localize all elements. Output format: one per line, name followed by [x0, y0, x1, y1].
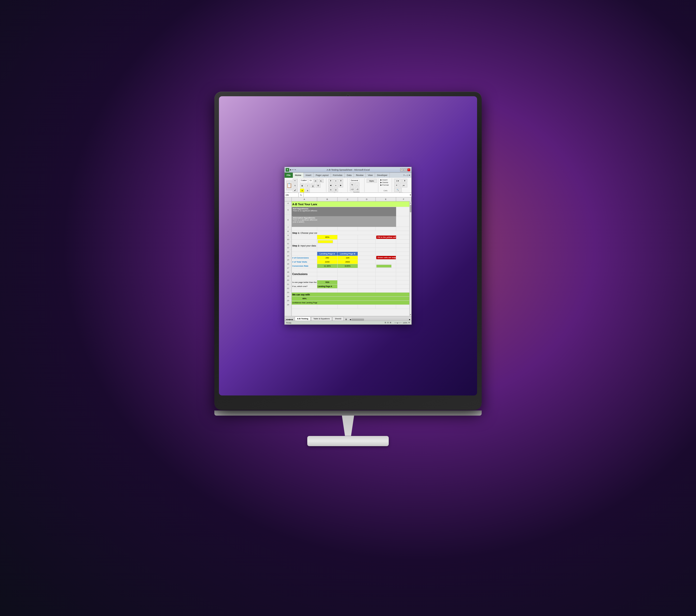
- comma-button[interactable]: ,: [355, 183, 360, 187]
- col-header-e[interactable]: E: [376, 197, 396, 201]
- number-format[interactable]: General: [350, 179, 359, 182]
- wrap-text-button[interactable]: ⟲: [328, 188, 333, 192]
- fill-button[interactable]: ⬇: [402, 179, 407, 183]
- cell-b15[interactable]: 2200: [317, 260, 337, 264]
- zoom-slider[interactable]: ──●───: [394, 322, 402, 324]
- delete-button[interactable]: ▶ Delete: [380, 181, 391, 184]
- align-bottom-button[interactable]: ⬇: [338, 179, 343, 183]
- sheet-nav-prev[interactable]: ◀: [288, 319, 289, 321]
- bold-button[interactable]: B: [300, 184, 304, 188]
- cell-e4: [376, 201, 396, 207]
- col-header-f[interactable]: F: [396, 197, 411, 201]
- tab-page-layout[interactable]: Page Layout: [314, 173, 331, 178]
- insert-button[interactable]: ▶ Insert: [380, 179, 391, 181]
- format-button[interactable]: ▶ Format: [380, 184, 391, 186]
- ribbon-group-font: Calibri 11 A↑ A↓ B I U ⊞ A A Font: [299, 178, 326, 192]
- step2-label: Step 2:: [292, 245, 300, 247]
- cell-d14: [358, 256, 376, 260]
- sheet-tab-ab-testing[interactable]: A-B Testing: [295, 317, 311, 321]
- sheet-nav-last[interactable]: ▶|: [291, 319, 293, 321]
- sheet-nav-next[interactable]: ▶: [290, 319, 291, 321]
- tab-review[interactable]: Review: [354, 173, 366, 178]
- autosum-button[interactable]: Σ▼: [394, 179, 402, 183]
- scroll-right-button[interactable]: ▶: [409, 319, 410, 321]
- col-header-c[interactable]: C: [337, 197, 358, 201]
- tab-developer[interactable]: Developer: [375, 173, 390, 178]
- cell-c14[interactable]: 225: [337, 256, 358, 260]
- scroll-thumb[interactable]: [410, 205, 411, 212]
- fill-color-button[interactable]: A: [300, 188, 304, 192]
- row-num-21: 21: [285, 282, 291, 287]
- formula-expand-button[interactable]: ▼: [409, 194, 411, 196]
- sheet-tab-sheet3[interactable]: Sheet3: [332, 317, 344, 321]
- cell-d25: [358, 301, 376, 305]
- minimize-button[interactable]: ─: [400, 168, 403, 171]
- sheet-tab-table[interactable]: Table & Equations: [311, 317, 332, 321]
- scroll-up-button[interactable]: ▲: [410, 202, 411, 204]
- font-size[interactable]: 11: [309, 179, 313, 183]
- horizontal-scrollbar[interactable]: ◀ ▶: [349, 319, 410, 321]
- cell-c10: [337, 240, 358, 244]
- align-center-button[interactable]: ≡: [333, 183, 338, 187]
- cut-button[interactable]: ✂: [293, 179, 297, 183]
- maximize-button[interactable]: □: [404, 168, 407, 171]
- tab-insert[interactable]: Insert: [304, 173, 314, 178]
- align-left-button[interactable]: ◀: [328, 183, 333, 187]
- vertical-scrollbar[interactable]: ▲ ▼: [409, 201, 411, 316]
- row-num-8: 8: [285, 229, 291, 233]
- cell-a9: [292, 235, 317, 240]
- cell-a4[interactable]: A-B Test Your Landing Pages in 2 Simple …: [292, 201, 317, 207]
- col-header-a[interactable]: A: [292, 197, 317, 201]
- scroll-left-button[interactable]: ◀: [349, 319, 351, 321]
- align-top-button[interactable]: ⬆: [328, 179, 333, 183]
- italic-button[interactable]: I: [305, 184, 310, 188]
- cell-c18: [337, 272, 358, 276]
- zoom-normal-button[interactable]: ⊞: [385, 322, 386, 324]
- cell-reference[interactable]: O5: [285, 193, 299, 197]
- zoom-page-button[interactable]: ⊟: [387, 322, 389, 324]
- col-header-b[interactable]: B: [317, 197, 337, 201]
- callout-green-box: Green cells are outputs: [376, 256, 396, 259]
- scroll-down-button[interactable]: ▼: [410, 314, 411, 315]
- cell-a14[interactable]: # of Conversions: [292, 256, 317, 260]
- close-button[interactable]: ✕: [407, 168, 410, 171]
- styles-button[interactable]: Styles: [367, 179, 377, 183]
- tab-home[interactable]: Home: [293, 173, 304, 178]
- col-header-d[interactable]: D: [358, 197, 376, 201]
- cell-e22: [376, 289, 396, 292]
- tab-view[interactable]: View: [366, 173, 375, 178]
- copy-button[interactable]: ⎘: [293, 183, 297, 187]
- clear-button[interactable]: ✕: [394, 183, 399, 187]
- font-name[interactable]: Calibri: [300, 179, 308, 183]
- cell-b14[interactable]: 250: [317, 256, 337, 260]
- align-right-button[interactable]: ▶: [338, 183, 343, 187]
- merge-center-button[interactable]: ⊡: [333, 188, 338, 192]
- tab-data[interactable]: Data: [345, 173, 354, 178]
- cell-b9[interactable]: 95%: [317, 235, 337, 240]
- cell-a15[interactable]: # of Total Visits: [292, 260, 317, 264]
- font-color-button[interactable]: A: [305, 188, 310, 192]
- cell-d9: [358, 235, 376, 240]
- format-painter-button[interactable]: 🖌: [293, 188, 297, 192]
- cell-a24: 95%: [292, 297, 317, 301]
- find-select-button[interactable]: 🔍: [394, 188, 402, 192]
- paste-button[interactable]: 📋: [286, 181, 292, 190]
- decrease-decimal-button[interactable]: -.0: [355, 187, 360, 191]
- border-button[interactable]: ⊞: [316, 184, 320, 188]
- sort-filter-button[interactable]: ↕▼: [400, 183, 407, 187]
- font-grow-button[interactable]: A↑: [314, 179, 318, 183]
- zoom-in-button[interactable]: ⊕: [408, 322, 410, 324]
- increase-decimal-button[interactable]: +.0: [350, 187, 354, 191]
- underline-button[interactable]: U: [311, 184, 315, 188]
- tab-file[interactable]: File: [285, 173, 293, 178]
- align-middle-button[interactable]: ≡: [333, 179, 338, 183]
- font-shrink-button[interactable]: A↓: [319, 179, 323, 183]
- cell-c15[interactable]: 2600: [337, 260, 358, 264]
- zoom-preview-button[interactable]: ⊠: [390, 322, 391, 324]
- cell-a22: [292, 289, 317, 292]
- row-num-13: 13: [285, 250, 291, 254]
- sheet-nav-first[interactable]: |◀: [286, 319, 287, 321]
- cell-d7: [358, 227, 376, 231]
- percent-button[interactable]: %: [350, 183, 354, 187]
- tab-formulas[interactable]: Formulas: [331, 173, 345, 178]
